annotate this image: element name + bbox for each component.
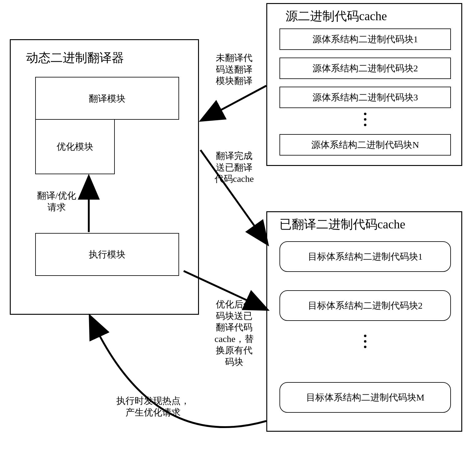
translate-module-box: 翻译模块: [35, 77, 179, 120]
hotspot-edge-label: 执行时发现热点， 产生优化请求: [104, 395, 202, 418]
optimize-module-label: 优化模块: [57, 141, 93, 153]
source-block-n: 源体系结构二进制代码块N: [279, 134, 451, 156]
exec-module-label: 执行模块: [89, 248, 126, 261]
target-block-1-label: 目标体系结构二进制代码块1: [308, 250, 423, 263]
optimize-module-box: 优化模块: [35, 119, 115, 174]
translate-module-label: 翻译模块: [89, 92, 126, 105]
source-cache-title: 源二进制代码cache: [286, 8, 387, 24]
source-block-1-label: 源体系结构二进制代码块1: [313, 33, 418, 46]
target-block-m: 目标体系结构二进制代码块M: [279, 382, 451, 413]
source-block-n-label: 源体系结构二进制代码块N: [311, 139, 419, 151]
req-label: 翻译/优化 请求: [34, 190, 80, 213]
source-cache-panel: 源二进制代码cache 源体系结构二进制代码块1 源体系结构二进制代码块2 源体…: [266, 3, 462, 166]
source-ellipsis: [364, 113, 366, 126]
done-translate-edge-label: 翻译完成 送已翻译 代码cache: [208, 150, 260, 185]
exec-module-box: 执行模块: [35, 233, 179, 276]
target-block-2: 目标体系结构二进制代码块2: [279, 290, 451, 321]
translate-box-right-border: [114, 119, 179, 120]
translated-cache-title: 已翻译二进制代码cache: [279, 216, 405, 233]
translator-title: 动态二进制翻译器: [26, 49, 124, 66]
target-block-2-label: 目标体系结构二进制代码块2: [308, 299, 423, 312]
arrow-untranslated: [202, 86, 266, 120]
source-block-2: 源体系结构二进制代码块2: [279, 58, 451, 79]
source-block-3-label: 源体系结构二进制代码块3: [313, 91, 418, 104]
target-ellipsis: [364, 335, 366, 348]
translator-panel: 动态二进制翻译器 翻译模块 优化模块 执行模块: [10, 39, 199, 315]
source-block-3: 源体系结构二进制代码块3: [279, 87, 451, 108]
source-block-1: 源体系结构二进制代码块1: [279, 28, 451, 50]
translated-cache-panel: 已翻译二进制代码cache 目标体系结构二进制代码块1 目标体系结构二进制代码块…: [266, 211, 462, 432]
target-block-m-label: 目标体系结构二进制代码块M: [306, 391, 425, 404]
optimized-replace-edge-label: 优化后代 码块送已 翻译代码 cache，替 换原有代 码块: [208, 299, 260, 367]
untranslated-edge-label: 未翻译代 码送翻译 模块翻译: [208, 52, 260, 87]
source-block-2-label: 源体系结构二进制代码块2: [313, 62, 418, 75]
target-block-1: 目标体系结构二进制代码块1: [279, 241, 451, 272]
